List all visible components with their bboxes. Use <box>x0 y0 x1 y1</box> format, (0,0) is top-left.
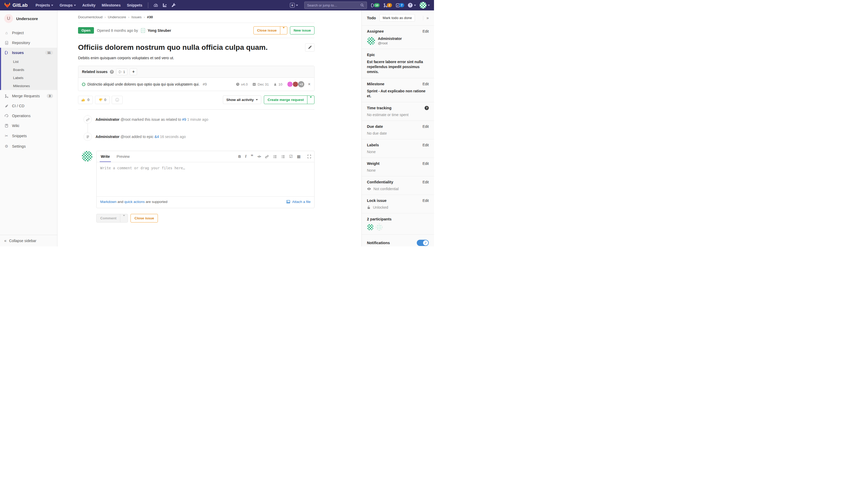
add-related-issue-button[interactable]: + <box>130 68 137 75</box>
merge-requests-counter-button[interactable]: 2 <box>383 3 392 7</box>
nav-groups[interactable]: Groups <box>57 2 79 9</box>
attach-file-button[interactable]: Attach a file <box>286 200 311 204</box>
thumbs-up-button[interactable]: 0 <box>78 96 93 104</box>
edit-lock-link[interactable]: Edit <box>423 198 429 203</box>
help-icon[interactable]: ? <box>110 70 114 74</box>
create-mr-button[interactable]: Create merge request <box>264 96 307 104</box>
milestone-value[interactable]: Sprint - Aut explicabo non ratione et. <box>367 89 429 99</box>
sidebar-item-cicd[interactable]: CI / CD <box>0 101 57 111</box>
search-input[interactable] <box>307 3 360 7</box>
mark-todo-done-button[interactable]: Mark todo as done <box>379 14 415 22</box>
global-search[interactable] <box>304 2 367 9</box>
nav-snippets[interactable]: Snippets <box>124 2 145 9</box>
comment-textarea[interactable] <box>97 162 314 196</box>
author-avatar[interactable] <box>140 28 146 34</box>
thumbs-down-button[interactable]: 0 <box>95 96 110 104</box>
comment-submit-button[interactable]: Comment <box>97 214 120 222</box>
create-mr-dropdown[interactable] <box>307 96 314 104</box>
assignee-avatar[interactable] <box>293 81 298 87</box>
breadcrumb-group[interactable]: Documentcloud <box>78 15 103 19</box>
issues-counter-button[interactable]: 10 <box>371 3 380 7</box>
note-handle[interactable]: @root <box>121 135 130 139</box>
user-menu-button[interactable] <box>420 2 430 8</box>
help-menu-button[interactable]: ? <box>408 3 416 7</box>
gitlab-logo[interactable]: GitLab <box>4 2 28 8</box>
task-list-icon[interactable]: ☑ <box>289 154 293 159</box>
bullet-list-icon[interactable] <box>273 155 277 158</box>
nav-projects[interactable]: Projects <box>33 2 56 9</box>
breadcrumb-issues[interactable]: Issues <box>131 15 142 19</box>
admin-wrench-icon[interactable] <box>169 2 178 8</box>
sidebar-item-project[interactable]: ⌂ Project <box>0 28 57 38</box>
sidebar-item-snippets[interactable]: ✂ Snippets <box>0 131 57 141</box>
note-epic-link[interactable]: &4 <box>154 135 159 139</box>
activity-filter-dropdown[interactable]: Show all activity <box>223 95 261 104</box>
note-author[interactable]: Administrator <box>96 117 120 122</box>
add-emoji-button[interactable] <box>112 96 123 104</box>
todos-counter-button[interactable]: 7 <box>396 3 404 7</box>
note-author[interactable]: Administrator <box>96 135 120 139</box>
edit-milestone-link[interactable]: Edit <box>423 82 429 86</box>
numbered-list-icon[interactable] <box>281 155 285 158</box>
sidebar-item-wiki[interactable]: Wiki <box>0 121 57 131</box>
dashboard-icon[interactable] <box>151 2 160 8</box>
new-menu-button[interactable]: + <box>287 1 301 9</box>
edit-assignee-link[interactable]: Edit <box>423 29 429 34</box>
nav-milestones[interactable]: Milestones <box>99 2 123 9</box>
breadcrumb-project[interactable]: Underscore <box>108 15 126 19</box>
sidebar-item-issues[interactable]: Issues 11 <box>1 48 57 58</box>
bold-icon[interactable]: B <box>238 154 241 158</box>
help-icon[interactable]: ? <box>425 106 429 110</box>
close-issue-button-bottom[interactable]: Close issue <box>130 214 158 222</box>
nav-activity[interactable]: Activity <box>80 2 98 9</box>
assignee-name[interactable]: Administrator <box>378 37 402 41</box>
chart-icon[interactable] <box>160 2 169 8</box>
close-issue-dropdown[interactable] <box>280 27 287 34</box>
assignee-avatar[interactable] <box>367 37 375 45</box>
project-header[interactable]: U Underscore <box>0 10 57 28</box>
author-name[interactable]: Yong Steuber <box>148 28 171 33</box>
collapse-sidebar-button[interactable]: « Collapse sidebar <box>0 235 57 246</box>
table-icon[interactable]: ▦ <box>297 154 301 159</box>
note-timestamp[interactable]: 1 minute ago <box>187 117 208 122</box>
edit-labels-link[interactable]: Edit <box>423 143 429 147</box>
note-handle[interactable]: @root <box>121 117 130 122</box>
italic-icon[interactable]: I <box>245 154 246 158</box>
sidebar-item-repository[interactable]: Repository <box>0 38 57 48</box>
fullscreen-icon[interactable] <box>308 155 311 158</box>
tab-write[interactable]: Write <box>100 151 111 162</box>
notifications-toggle[interactable]: ✓ <box>417 240 429 246</box>
chevron-down-icon <box>310 97 312 102</box>
sidebar-item-operations[interactable]: Operations <box>0 111 57 121</box>
participant-avatar[interactable] <box>376 224 383 231</box>
close-issue-button[interactable]: Close issue <box>254 27 280 34</box>
link-icon[interactable] <box>265 155 269 158</box>
sidebar-item-milestones[interactable]: Milestones <box>1 82 57 90</box>
edit-due-date-link[interactable]: Edit <box>423 124 429 129</box>
markdown-link[interactable]: Markdown <box>100 200 117 204</box>
related-issue-link[interactable]: Distinctio aliquid unde dolores quo opti… <box>87 82 200 86</box>
collapse-right-sidebar-icon[interactable]: » <box>423 16 429 20</box>
note-timestamp[interactable]: 16 seconds ago <box>160 135 186 139</box>
sidebar-item-labels[interactable]: Labels <box>1 74 57 82</box>
code-icon[interactable]: </> <box>257 155 261 158</box>
quote-icon[interactable]: ” <box>251 155 253 158</box>
edit-title-button[interactable] <box>305 43 315 52</box>
tab-preview[interactable]: Preview <box>115 151 131 162</box>
quick-actions-link[interactable]: quick actions <box>124 200 145 204</box>
assignee-avatar[interactable] <box>287 81 293 87</box>
edit-weight-link[interactable]: Edit <box>423 162 429 166</box>
note-issue-link[interactable]: #9 <box>182 117 186 122</box>
comment-dropdown[interactable] <box>120 214 128 222</box>
remove-related-icon[interactable]: × <box>308 82 311 87</box>
sidebar-issues-section: Issues 11 List Boards Labels Milestones <box>0 48 57 90</box>
more-assignees-badge[interactable]: +3 <box>298 81 304 87</box>
sidebar-item-settings[interactable]: ⚙ Settings <box>0 141 57 152</box>
participant-avatar[interactable] <box>367 224 374 231</box>
sidebar-item-list[interactable]: List <box>1 58 57 66</box>
new-issue-button[interactable]: New issue <box>290 26 315 35</box>
epic-value[interactable]: Est facere labore error sint nulla repel… <box>367 60 429 74</box>
edit-confidentiality-link[interactable]: Edit <box>423 180 429 184</box>
sidebar-item-merge-requests[interactable]: Merge Requests 3 <box>0 91 57 101</box>
sidebar-item-boards[interactable]: Boards <box>1 66 57 74</box>
